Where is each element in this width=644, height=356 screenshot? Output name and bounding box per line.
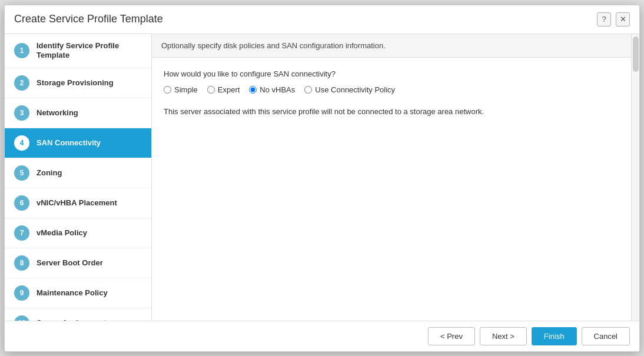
step-circle-9: 9 <box>14 285 29 301</box>
scrollbar-thumb[interactable] <box>633 36 639 72</box>
info-bar: Optionally specify disk policies and SAN… <box>152 34 631 58</box>
step-circle-4: 4 <box>14 135 29 151</box>
sidebar-item-4[interactable]: 4SAN Connectivity <box>5 128 151 158</box>
sidebar-item-6[interactable]: 6vNIC/vHBA Placement <box>5 188 151 218</box>
dialog-footer: < Prev Next > Finish Cancel <box>5 321 639 351</box>
sidebar-item-label-2: Storage Provisioning <box>36 78 114 88</box>
close-button[interactable]: ✕ <box>616 12 630 26</box>
radio-no_vhbas[interactable] <box>249 86 257 94</box>
step-circle-2: 2 <box>14 75 29 91</box>
create-service-profile-dialog: Create Service Profile Template ? ✕ 1Ide… <box>4 5 640 352</box>
step-circle-3: 3 <box>14 105 29 121</box>
dialog-title: Create Service Profile Template <box>14 13 163 25</box>
header-icons: ? ✕ <box>597 12 630 26</box>
sidebar-item-3[interactable]: 3Networking <box>5 98 151 128</box>
next-button[interactable]: Next > <box>480 327 527 345</box>
dialog-header: Create Service Profile Template ? ✕ <box>5 5 639 34</box>
scrollbar-track[interactable] <box>631 34 639 321</box>
radio-label-no_vhbas: No vHBAs <box>260 85 295 94</box>
step-circle-1: 1 <box>14 43 29 58</box>
dialog-body: 1Identify Service Profile Template2Stora… <box>5 34 639 321</box>
sidebar-item-2[interactable]: 2Storage Provisioning <box>5 68 151 98</box>
sidebar-item-5[interactable]: 5Zoning <box>5 158 151 188</box>
sidebar-item-label-5: Zoning <box>36 168 62 178</box>
radio-option-no_vhbas[interactable]: No vHBAs <box>249 85 295 94</box>
sidebar-item-label-3: Networking <box>36 108 78 118</box>
radio-label-use_connectivity_policy: Use Connectivity Policy <box>315 85 395 94</box>
san-info-text: This server associated with this service… <box>164 106 619 118</box>
sidebar-item-label-6: vNIC/vHBA Placement <box>36 198 117 208</box>
sidebar: 1Identify Service Profile Template2Stora… <box>5 34 152 321</box>
info-bar-text: Optionally specify disk policies and SAN… <box>161 41 386 50</box>
sidebar-item-label-9: Maintenance Policy <box>36 288 108 298</box>
radio-label-simple: Simple <box>174 85 198 94</box>
sidebar-item-label-4: SAN Connectivity <box>36 138 101 148</box>
radio-option-use_connectivity_policy[interactable]: Use Connectivity Policy <box>304 85 395 94</box>
sidebar-item-1[interactable]: 1Identify Service Profile Template <box>5 34 151 69</box>
radio-group: SimpleExpertNo vHBAsUse Connectivity Pol… <box>164 85 619 94</box>
cancel-button[interactable]: Cancel <box>582 327 630 345</box>
sidebar-item-10[interactable]: 10Server Assignment <box>5 308 151 320</box>
radio-expert[interactable] <box>207 86 215 94</box>
prev-button[interactable]: < Prev <box>428 327 475 345</box>
content-area: How would you like to configure SAN conn… <box>152 58 631 321</box>
radio-simple[interactable] <box>164 86 171 94</box>
san-question: How would you like to configure SAN conn… <box>164 69 619 78</box>
sidebar-item-label-7: vMedia Policy <box>36 228 87 238</box>
main-content: Optionally specify disk policies and SAN… <box>152 34 631 321</box>
sidebar-item-7[interactable]: 7vMedia Policy <box>5 218 151 248</box>
step-circle-5: 5 <box>14 165 29 181</box>
radio-option-simple[interactable]: Simple <box>164 85 198 94</box>
step-circle-6: 6 <box>14 195 29 211</box>
sidebar-item-label-8: Server Boot Order <box>36 258 103 268</box>
sidebar-item-label-1: Identify Service Profile Template <box>36 41 142 61</box>
step-circle-10: 10 <box>14 315 29 320</box>
step-circle-8: 8 <box>14 255 29 271</box>
help-button[interactable]: ? <box>597 12 611 26</box>
finish-button[interactable]: Finish <box>532 327 577 345</box>
radio-label-expert: Expert <box>218 85 240 94</box>
sidebar-item-9[interactable]: 9Maintenance Policy <box>5 278 151 308</box>
step-circle-7: 7 <box>14 225 29 241</box>
radio-use_connectivity_policy[interactable] <box>304 86 312 94</box>
radio-option-expert[interactable]: Expert <box>207 85 240 94</box>
sidebar-item-8[interactable]: 8Server Boot Order <box>5 248 151 278</box>
